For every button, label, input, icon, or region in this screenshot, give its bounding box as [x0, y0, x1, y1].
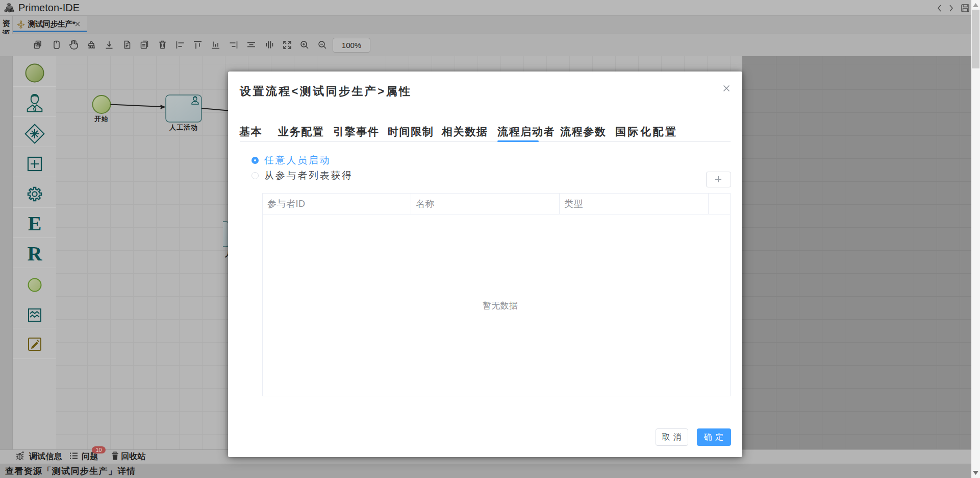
- svg-text:E: E: [28, 212, 42, 235]
- svg-text:开始: 开始: [94, 115, 109, 123]
- svg-text:R: R: [28, 242, 43, 265]
- svg-text:人工活动: 人工活动: [169, 124, 198, 131]
